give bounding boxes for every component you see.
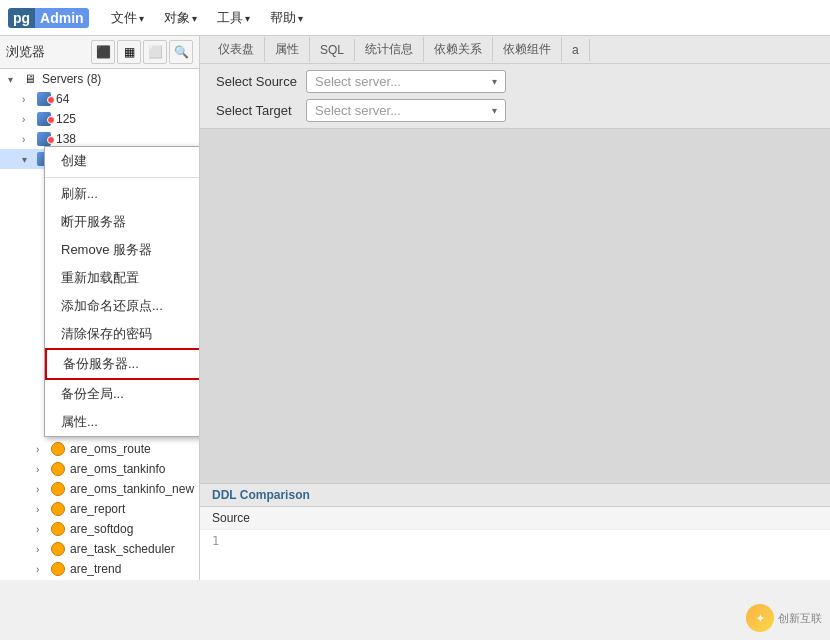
ctx-clear-pwd[interactable]: 清除保存的密码 [45, 320, 200, 348]
mid-gray-area [200, 129, 830, 483]
target-placeholder: Select server... [315, 103, 401, 118]
servers-icon: 🖥 [22, 71, 38, 87]
logo-pg: pg [8, 8, 35, 28]
tree-task-scheduler[interactable]: › are_task_scheduler [0, 539, 199, 559]
source-dropdown-arrow: ▾ [492, 76, 497, 87]
menu-file-arrow: ▾ [139, 13, 144, 24]
tab-dependencies[interactable]: 依赖关系 [424, 37, 493, 62]
source-placeholder: Select server... [315, 74, 401, 89]
db-oms-tankinfo-icon [50, 461, 66, 477]
tree-item-64[interactable]: › 64 [0, 89, 199, 109]
arrow-softdog: › [36, 524, 50, 535]
ddl-section: DDL Comparison Source 1 [200, 483, 830, 580]
toolbar-btn-2[interactable]: ▦ [117, 40, 141, 64]
tab-bar: 仪表盘 属性 SQL 统计信息 依赖关系 依赖组件 a [200, 36, 830, 64]
tree-report[interactable]: › are_report [0, 499, 199, 519]
db-oms-tankinfo-new-icon [50, 481, 66, 497]
ctx-remove[interactable]: Remove 服务器 [45, 236, 200, 264]
menu-tools[interactable]: 工具▾ [207, 5, 260, 31]
db-oms-route-icon [50, 441, 66, 457]
select-source-dropdown[interactable]: Select server... ▾ [306, 70, 506, 93]
arrow-trend: › [36, 564, 50, 575]
arrow-230: ▾ [22, 154, 36, 165]
menu-object-arrow: ▾ [192, 13, 197, 24]
oms-tankinfo-label: are_oms_tankinfo [70, 462, 165, 476]
browser-label: 浏览器 [6, 43, 45, 61]
menu-file[interactable]: 文件▾ [101, 5, 154, 31]
ctx-create[interactable]: 创建 › [45, 147, 200, 175]
ctx-add-named[interactable]: 添加命名还原点... [45, 292, 200, 320]
arrow-138: › [22, 134, 36, 145]
task-scheduler-label: are_task_scheduler [70, 542, 175, 556]
menu-tools-arrow: ▾ [245, 13, 250, 24]
tree-oms-tankinfo[interactable]: › are_oms_tankinfo [0, 459, 199, 479]
arrow-task-scheduler: › [36, 544, 50, 555]
target-dropdown-arrow: ▾ [492, 105, 497, 116]
servers-label: Servers (8) [42, 72, 101, 86]
ctx-sep-1 [45, 177, 200, 178]
ctx-refresh[interactable]: 刷新... [45, 180, 200, 208]
tree-servers-root[interactable]: ▾ 🖥 Servers (8) [0, 69, 199, 89]
ctx-properties[interactable]: 属性... [45, 408, 200, 436]
tree-item-125[interactable]: › 125 [0, 109, 199, 129]
arrow-oms-tankinfo-new: › [36, 484, 50, 495]
server-125-label: 125 [56, 112, 76, 126]
sidebar: 浏览器 ⬛ ▦ ⬜ 🔍 ▾ 🖥 Servers (8) › 64 › 125 › [0, 36, 200, 580]
tab-sql[interactable]: SQL [310, 39, 355, 61]
tree-softdog[interactable]: › are_softdog [0, 519, 199, 539]
db-trend-icon [50, 561, 66, 577]
ctx-backup-server[interactable]: 备份服务器... [45, 348, 200, 380]
tab-properties[interactable]: 属性 [265, 37, 310, 62]
line-number-1: 1 [212, 534, 219, 548]
softdog-label: are_softdog [70, 522, 133, 536]
server-64-label: 64 [56, 92, 69, 106]
tree-workflow[interactable]: › are_workflow [0, 579, 199, 580]
tree-expand-arrow: ▾ [8, 74, 22, 85]
menu-object[interactable]: 对象▾ [154, 5, 207, 31]
toolbar-btn-search[interactable]: 🔍 [169, 40, 193, 64]
watermark-logo-icon: ✦ [746, 604, 774, 632]
watermark-text: 创新互联 [778, 611, 822, 626]
tree-trend[interactable]: › are_trend [0, 559, 199, 579]
ddl-code-area: 1 [200, 530, 830, 580]
report-label: are_report [70, 502, 125, 516]
right-panel: 仪表盘 属性 SQL 统计信息 依赖关系 依赖组件 a Select Sourc… [200, 36, 830, 580]
arrow-oms-tankinfo: › [36, 464, 50, 475]
trend-label: are_trend [70, 562, 121, 576]
toolbar-btn-1[interactable]: ⬛ [91, 40, 115, 64]
oms-tankinfo-new-label: are_oms_tankinfo_new [70, 482, 194, 496]
select-target-row: Select Target Select server... ▾ [216, 99, 814, 122]
ctx-backup-global[interactable]: 备份全局... [45, 380, 200, 408]
tree-oms-tankinfo-new[interactable]: › are_oms_tankinfo_new [0, 479, 199, 499]
ddl-comparison-header: DDL Comparison [200, 484, 830, 507]
arrow-125: › [22, 114, 36, 125]
arrow-oms-route: › [36, 444, 50, 455]
tree-oms-route[interactable]: › are_oms_route [0, 439, 199, 459]
toolbar-btn-3[interactable]: ⬜ [143, 40, 167, 64]
tab-other[interactable]: a [562, 39, 590, 61]
db-task-scheduler-icon [50, 541, 66, 557]
ctx-reload[interactable]: 重新加载配置 [45, 264, 200, 292]
db-softdog-icon [50, 521, 66, 537]
select-target-label: Select Target [216, 103, 306, 118]
server-138-label: 138 [56, 132, 76, 146]
menu-help-arrow: ▾ [298, 13, 303, 24]
arrow-report: › [36, 504, 50, 515]
server-64-icon [36, 91, 52, 107]
select-target-dropdown[interactable]: Select server... ▾ [306, 99, 506, 122]
logo-admin: Admin [35, 8, 89, 28]
tab-dependents[interactable]: 依赖组件 [493, 37, 562, 62]
menu-help[interactable]: 帮助▾ [260, 5, 313, 31]
ddl-source-label: Source [200, 507, 830, 530]
context-menu: 创建 › 刷新... 断开服务器 Remove 服务器 重新加载配置 添加命名还… [44, 146, 200, 437]
select-source-label: Select Source [216, 74, 306, 89]
tab-statistics[interactable]: 统计信息 [355, 37, 424, 62]
select-source-row: Select Source Select server... ▾ [216, 70, 814, 93]
server-138-icon [36, 131, 52, 147]
server-125-icon [36, 111, 52, 127]
ctx-disconnect[interactable]: 断开服务器 [45, 208, 200, 236]
main-layout: 浏览器 ⬛ ▦ ⬜ 🔍 ▾ 🖥 Servers (8) › 64 › 125 › [0, 36, 830, 580]
select-area: Select Source Select server... ▾ Select … [200, 64, 830, 129]
tab-dashboard[interactable]: 仪表盘 [208, 37, 265, 62]
arrow-64: › [22, 94, 36, 105]
